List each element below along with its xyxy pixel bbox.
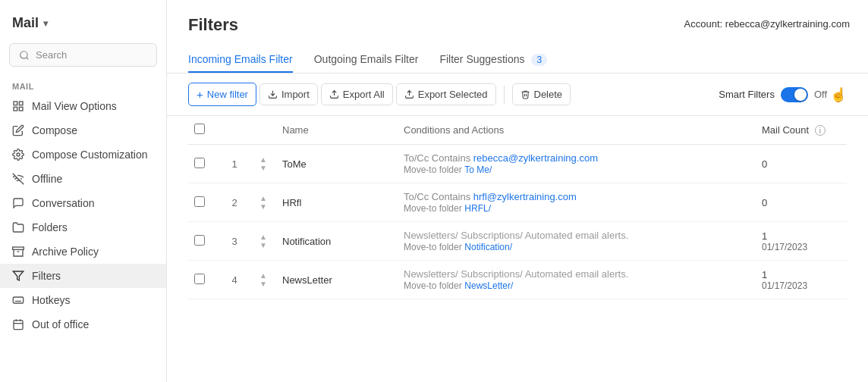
row-order-arrows[interactable]: ▲ ▼ [253,222,276,261]
compose-icon [12,124,24,136]
svg-rect-13 [14,321,23,330]
table-row: 4 ▲ ▼ NewsLetter Newsletters/ Subscripti… [188,261,847,299]
table-row: 1 ▲ ▼ ToMe To/Cc Contains rebecca@zylker… [188,145,847,183]
svg-rect-2 [14,102,17,105]
plus-icon: + [197,88,203,101]
row-name: HRfl [276,183,398,222]
select-all-checkbox[interactable] [194,124,205,134]
tab-badge: 3 [531,54,547,66]
sidebar: Mail ▾ Search MAIL Mail View Options Com… [0,0,167,382]
sidebar-item-offline[interactable]: Offline [0,167,166,191]
svg-line-1 [27,57,29,59]
sidebar-item-label: Hotkeys [32,294,71,306]
sidebar-item-folders[interactable]: Folders [0,215,166,240]
row-name: NewsLetter [276,261,398,299]
svg-rect-12 [13,297,23,303]
row-checkbox[interactable] [194,158,205,168]
sidebar-item-label: Archive Policy [32,246,99,258]
row-checkbox[interactable] [194,235,205,246]
svg-rect-3 [19,102,23,105]
svg-point-0 [20,51,27,58]
sidebar-item-compose[interactable]: Compose [0,118,166,142]
archive-icon [12,246,24,258]
row-order-arrows[interactable]: ▲ ▼ [253,261,276,299]
row-mail-count: 1 01/17/2023 [756,222,847,261]
col-header-order [253,116,276,145]
account-info: Account: rebecca@zylkertraining.com [684,18,850,30]
tab-suggestions[interactable]: Filter Suggestions 3 [439,47,547,73]
svg-marker-11 [13,271,23,280]
account-email: rebecca@zylkertraining.com [725,18,850,30]
row-name: Notification [276,222,398,261]
offline-icon [12,173,24,185]
sidebar-item-label: Out of office [32,318,89,330]
export-selected-button[interactable]: Export Selected [396,83,496,105]
tabs-bar: Incoming Emails Filter Outgoing Emails F… [188,47,847,73]
filters-table-wrapper: Name Conditions and Actions Mail Count i… [167,116,868,382]
tab-outgoing[interactable]: Outgoing Emails Filter [314,47,419,73]
conversation-icon [12,197,24,209]
row-conditions: Newsletters/ Subscriptions/ Automated em… [398,261,756,299]
sidebar-item-filters[interactable]: Filters [0,264,166,288]
row-mail-count: 0 [756,183,847,222]
hotkeys-icon [12,294,24,306]
smart-filters-toggle[interactable] [781,87,808,102]
export-all-button[interactable]: Export All [321,83,393,105]
svg-rect-5 [14,107,17,111]
search-icon [19,50,30,61]
export-selected-icon [404,89,414,99]
row-name: ToMe [276,145,398,183]
export-all-icon [329,89,339,99]
sidebar-item-hotkeys[interactable]: Hotkeys [0,288,166,312]
sidebar-item-label: Folders [32,221,68,233]
row-order-arrows[interactable]: ▲ ▼ [253,145,276,183]
row-mail-count: 0 [756,145,847,183]
delete-icon [520,89,530,99]
sidebar-item-label: Conversation [32,197,95,209]
new-filter-button[interactable]: + New filter [188,83,256,106]
row-checkbox[interactable] [194,196,205,207]
app-title[interactable]: Mail ▾ [0,9,166,43]
import-icon [268,89,278,99]
tab-incoming[interactable]: Incoming Emails Filter [188,47,293,73]
view-icon [12,100,24,112]
col-header-count: Mail Count i [756,116,847,145]
sidebar-item-label: Offline [32,173,62,185]
off-label: Off [814,89,827,100]
table-row: 3 ▲ ▼ Notification Newsletters/ Subscrip… [188,222,847,261]
sidebar-item-mail-view-options[interactable]: Mail View Options [0,94,166,118]
row-order-arrows[interactable]: ▲ ▼ [253,183,276,222]
out-of-office-icon [12,318,24,330]
col-header-num [215,116,253,145]
import-button[interactable]: Import [259,83,318,105]
svg-rect-4 [19,107,23,111]
delete-button[interactable]: Delete [512,83,571,105]
toggle-knob [794,89,807,101]
filters-icon [12,270,24,282]
col-header-conditions: Conditions and Actions [398,116,756,145]
sidebar-item-label: Compose [32,124,77,136]
sidebar-item-archive-policy[interactable]: Archive Policy [0,240,166,264]
account-label: Account: [684,18,723,30]
sidebar-item-out-of-office[interactable]: Out of office [0,312,166,337]
col-header-name: Name [276,116,398,145]
row-number: 3 [215,222,253,261]
sidebar-item-conversation[interactable]: Conversation [0,191,166,215]
sidebar-item-compose-customization[interactable]: Compose Customization [0,142,166,167]
search-box[interactable]: Search [9,43,157,67]
main-header: Filters Incoming Emails Filter Outgoing … [167,0,868,74]
sidebar-item-label: Filters [32,270,61,282]
row-number: 2 [215,183,253,222]
row-conditions: Newsletters/ Subscriptions/ Automated em… [398,222,756,261]
smart-filters-label: Smart Filters [719,89,775,100]
svg-point-6 [17,153,20,156]
table-row: 2 ▲ ▼ HRfl To/Cc Contains hrfl@zylkertra… [188,183,847,222]
row-number: 4 [215,261,253,299]
app-title-text: Mail [12,15,39,31]
row-checkbox[interactable] [194,274,205,284]
mail-count-info-icon[interactable]: i [815,125,826,136]
sidebar-item-label: Mail View Options [32,100,117,112]
sidebar-item-label: Compose Customization [32,149,148,161]
col-header-check [188,116,215,145]
main-content: Account: rebecca@zylkertraining.com Filt… [167,0,868,382]
